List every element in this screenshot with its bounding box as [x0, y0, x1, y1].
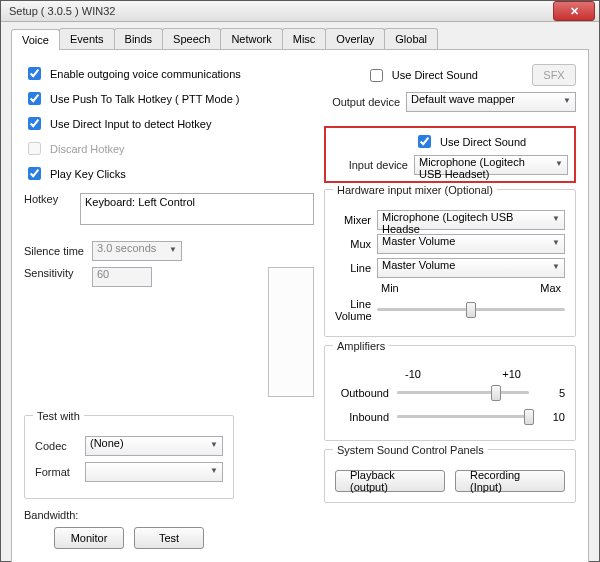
test-with-fieldset: Test with Codec (None) Format: [24, 415, 234, 499]
tab-misc[interactable]: Misc: [282, 28, 327, 49]
discard-hotkey-checkbox: Discard Hotkey: [24, 139, 314, 158]
mux-label: Mux: [335, 238, 371, 250]
right-column: Use Direct Sound SFX Output device Defau…: [324, 64, 576, 555]
silence-time-label: Silence time: [24, 245, 86, 257]
inbound-label: Inbound: [335, 411, 389, 423]
mux-select[interactable]: Master Volume: [377, 234, 565, 254]
sound-panels-fieldset: System Sound Control Panels Playback (ou…: [324, 449, 576, 503]
inbound-value: 10: [537, 411, 565, 423]
input-device-select[interactable]: Microphone (Logitech USB Headset): [414, 155, 568, 175]
hotkey-label: Hotkey: [24, 193, 74, 205]
codec-label: Codec: [35, 440, 79, 452]
tab-speech[interactable]: Speech: [162, 28, 221, 49]
setup-window: Setup ( 3.0.5 ) WIN32 ✕ Voice Events Bin…: [0, 0, 600, 562]
amp-scale-left: -10: [405, 368, 421, 380]
use-ptt-checkbox[interactable]: Use Push To Talk Hotkey ( PTT Mode ): [24, 89, 314, 108]
tab-network[interactable]: Network: [220, 28, 282, 49]
use-direct-sound-out-label: Use Direct Sound: [392, 69, 478, 81]
outbound-slider[interactable]: [397, 382, 529, 404]
tab-events[interactable]: Events: [59, 28, 115, 49]
left-column: Enable outgoing voice communications Use…: [24, 64, 314, 555]
use-direct-sound-in-checkbox[interactable]: Use Direct Sound: [414, 132, 526, 151]
output-device-label: Output device: [324, 96, 400, 108]
outbound-label: Outbound: [335, 387, 389, 399]
max-label: Max: [540, 282, 561, 294]
use-directinput-input[interactable]: [28, 117, 41, 130]
recording-button[interactable]: Recording (Input): [455, 470, 565, 492]
tab-overlay[interactable]: Overlay: [325, 28, 385, 49]
test-button[interactable]: Test: [134, 527, 204, 549]
hardware-mixer-legend: Hardware input mixer (Optional): [333, 184, 497, 196]
outbound-value: 5: [537, 387, 565, 399]
voice-page: Enable outgoing voice communications Use…: [11, 50, 589, 562]
use-directinput-label: Use Direct Input to detect Hotkey: [50, 118, 211, 130]
min-label: Min: [381, 282, 399, 294]
close-button[interactable]: ✕: [553, 1, 595, 21]
line-volume-label: Line Volume: [335, 298, 371, 322]
discard-hotkey-input: [28, 142, 41, 155]
amp-scale-right: +10: [502, 368, 521, 380]
mixer-select[interactable]: Microphone (Logitech USB Headse: [377, 210, 565, 230]
use-direct-sound-in-label: Use Direct Sound: [440, 136, 526, 148]
mixer-label: Mixer: [335, 214, 371, 226]
use-direct-sound-in-input[interactable]: [418, 135, 431, 148]
playback-button[interactable]: Playback (output): [335, 470, 445, 492]
use-directinput-checkbox[interactable]: Use Direct Input to detect Hotkey: [24, 114, 314, 133]
enable-outgoing-checkbox[interactable]: Enable outgoing voice communications: [24, 64, 314, 83]
hotkey-field[interactable]: Keyboard: Left Control: [80, 193, 314, 225]
use-direct-sound-out-checkbox[interactable]: Use Direct Sound: [366, 66, 478, 85]
use-ptt-input[interactable]: [28, 92, 41, 105]
inbound-slider[interactable]: [397, 406, 529, 428]
enable-outgoing-input[interactable]: [28, 67, 41, 80]
input-device-highlight: Use Direct Sound Input device Microphone…: [324, 126, 576, 183]
discard-hotkey-label: Discard Hotkey: [50, 143, 125, 155]
titlebar: Setup ( 3.0.5 ) WIN32 ✕: [1, 1, 599, 22]
play-key-clicks-label: Play Key Clicks: [50, 168, 126, 180]
format-label: Format: [35, 466, 79, 478]
bandwidth-label: Bandwidth:: [24, 509, 78, 521]
sensitivity-input[interactable]: 60: [92, 267, 152, 287]
test-with-legend: Test with: [33, 410, 84, 422]
use-ptt-label: Use Push To Talk Hotkey ( PTT Mode ): [50, 93, 240, 105]
sfx-button: SFX: [532, 64, 576, 86]
slider-thumb-icon[interactable]: [466, 302, 476, 318]
output-device-select[interactable]: Default wave mapper: [406, 92, 576, 112]
slider-thumb-icon[interactable]: [491, 385, 501, 401]
tab-strip: Voice Events Binds Speech Network Misc O…: [11, 28, 589, 50]
tab-binds[interactable]: Binds: [114, 28, 164, 49]
line-select[interactable]: Master Volume: [377, 258, 565, 278]
play-key-clicks-input[interactable]: [28, 167, 41, 180]
line-label: Line: [335, 262, 371, 274]
line-volume-slider[interactable]: [377, 299, 565, 321]
sound-panels-legend: System Sound Control Panels: [333, 444, 488, 456]
monitor-button[interactable]: Monitor: [54, 527, 124, 549]
level-meter: [268, 267, 314, 397]
play-key-clicks-checkbox[interactable]: Play Key Clicks: [24, 164, 314, 183]
input-device-label: Input device: [332, 159, 408, 171]
sensitivity-label: Sensitivity: [24, 267, 86, 279]
slider-thumb-icon[interactable]: [524, 409, 534, 425]
tab-global[interactable]: Global: [384, 28, 438, 49]
format-select[interactable]: [85, 462, 223, 482]
use-direct-sound-out-input[interactable]: [370, 69, 383, 82]
silence-time-select[interactable]: 3.0 seconds: [92, 241, 182, 261]
close-icon: ✕: [570, 5, 579, 18]
amplifiers-legend: Amplifiers: [333, 340, 389, 352]
client-area: Voice Events Binds Speech Network Misc O…: [1, 22, 599, 562]
codec-select[interactable]: (None): [85, 436, 223, 456]
enable-outgoing-label: Enable outgoing voice communications: [50, 68, 241, 80]
tab-voice[interactable]: Voice: [11, 29, 60, 50]
amplifiers-fieldset: Amplifiers -10 +10 Outbound: [324, 345, 576, 441]
hardware-mixer-fieldset: Hardware input mixer (Optional) Mixer Mi…: [324, 189, 576, 337]
window-title: Setup ( 3.0.5 ) WIN32: [9, 5, 553, 17]
